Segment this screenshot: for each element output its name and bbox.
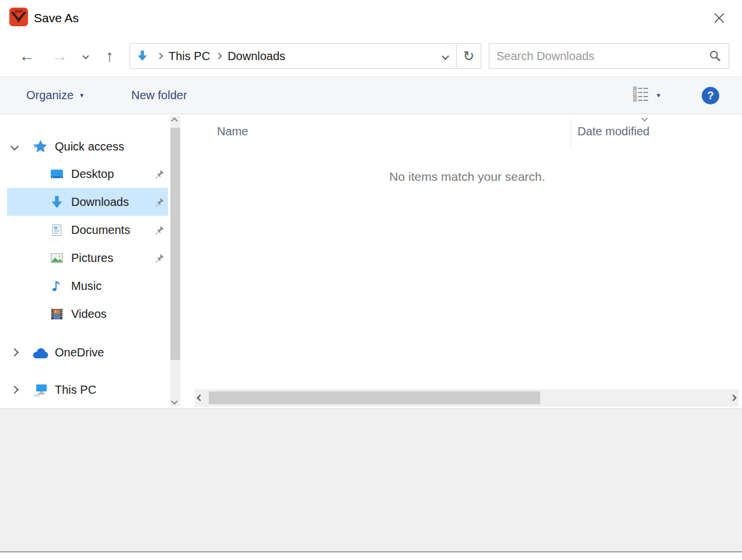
- videos-icon: [47, 307, 66, 321]
- sidebar-scrollbar[interactable]: [170, 116, 180, 406]
- breadcrumb-this-pc[interactable]: This PC: [166, 50, 212, 63]
- sidebar-item-pictures[interactable]: Pictures: [7, 244, 168, 272]
- up-button[interactable]: ↑: [97, 43, 123, 69]
- app-logo-icon: EXP: [9, 8, 28, 26]
- music-icon: [47, 279, 66, 293]
- sidebar-item-label: Pictures: [71, 251, 113, 265]
- sidebar-item-onedrive[interactable]: OneDrive: [7, 338, 168, 366]
- search-box: [489, 43, 729, 69]
- dialog-bottom-border: [0, 551, 742, 552]
- downloads-icon: [47, 195, 66, 209]
- dropdown-triangle-icon: ▼: [79, 92, 85, 99]
- sidebar-item-videos[interactable]: Videos: [7, 300, 168, 328]
- sidebar-item-label: Quick access: [55, 140, 124, 153]
- chevron-down-icon: [82, 52, 89, 59]
- quick-access-icon: [30, 139, 50, 155]
- chevron-down-icon: [442, 52, 449, 60]
- scrollbar-thumb[interactable]: [170, 128, 180, 360]
- sidebar-item-label: Music: [71, 279, 102, 293]
- breadcrumb-downloads[interactable]: Downloads: [225, 50, 288, 63]
- file-list-pane: Name Date modified No items match your s…: [192, 115, 742, 408]
- new-folder-button[interactable]: New folder: [131, 77, 187, 114]
- back-arrow-icon: ←: [19, 47, 35, 65]
- sidebar-item-music[interactable]: Music: [7, 272, 168, 300]
- collapse-chevron-icon[interactable]: [10, 348, 19, 356]
- scrollbar-track[interactable]: [208, 391, 726, 404]
- sidebar-item-label: OneDrive: [55, 346, 104, 359]
- save-as-dialog: EXP Save As ← → ↑ This PC Downloads ↻: [0, 0, 742, 560]
- search-input[interactable]: [489, 50, 702, 63]
- scroll-left-icon: [197, 394, 203, 401]
- refresh-icon: ↻: [463, 48, 474, 64]
- scroll-up-icon[interactable]: [171, 117, 177, 124]
- recent-locations-button[interactable]: [78, 43, 93, 69]
- dialog-footer: File name: Save as type: Text file Hide …: [0, 408, 742, 552]
- sidebar-item-label: Documents: [71, 223, 130, 237]
- up-arrow-icon: ↑: [106, 47, 114, 65]
- expand-chevron-icon[interactable]: [10, 142, 19, 150]
- dropdown-triangle-icon: ▼: [656, 92, 662, 99]
- sidebar-item-quick-access[interactable]: Quick access: [7, 132, 168, 160]
- refresh-button[interactable]: ↻: [456, 44, 481, 68]
- sidebar-item-label: Desktop: [71, 167, 114, 181]
- sidebar-item-documents[interactable]: Documents: [7, 216, 168, 244]
- pin-icon: [155, 197, 164, 207]
- scroll-left-button[interactable]: [195, 396, 205, 400]
- horizontal-scrollbar[interactable]: [195, 389, 738, 407]
- breadcrumb-separator-icon[interactable]: [215, 52, 222, 59]
- pin-icon: [155, 253, 164, 263]
- desktop-icon: [47, 167, 66, 181]
- organize-label: Organize: [26, 89, 74, 102]
- details-view-icon: [633, 86, 650, 104]
- downloads-folder-icon: [136, 50, 149, 62]
- sidebar-item-label: This PC: [55, 383, 96, 397]
- new-folder-label: New folder: [131, 89, 187, 102]
- scroll-down-icon[interactable]: [171, 398, 177, 404]
- sidebar-item-desktop[interactable]: Desktop: [7, 160, 168, 188]
- sort-chevron-icon[interactable]: [641, 115, 648, 121]
- scroll-right-icon: [730, 394, 736, 401]
- scrollbar-thumb[interactable]: [209, 391, 540, 404]
- address-dropdown-button[interactable]: [435, 44, 456, 68]
- navigation-pane: Quick access Desktop Downloads: [0, 115, 192, 408]
- change-view-button[interactable]: ▼: [633, 77, 662, 114]
- organize-menu-button[interactable]: Organize ▼: [26, 77, 85, 114]
- column-divider[interactable]: [570, 118, 571, 146]
- column-header-date-modified[interactable]: Date modified: [578, 125, 649, 138]
- title-bar: EXP Save As: [0, 0, 742, 37]
- back-button[interactable]: ←: [14, 43, 40, 69]
- scroll-right-button[interactable]: [728, 396, 738, 400]
- help-icon: ?: [702, 87, 719, 104]
- collapse-chevron-icon[interactable]: [10, 386, 19, 394]
- command-toolbar: Organize ▼ New folder ▼ ?: [0, 76, 742, 114]
- close-icon: [712, 11, 726, 27]
- sidebar-item-downloads[interactable]: Downloads: [7, 188, 168, 216]
- sidebar-item-label: Videos: [71, 307, 107, 321]
- breadcrumb-separator-icon[interactable]: [156, 52, 163, 59]
- content-area: Quick access Desktop Downloads: [0, 115, 742, 408]
- forward-arrow-icon: →: [52, 47, 68, 65]
- pin-icon: [155, 169, 164, 179]
- search-icon[interactable]: [702, 50, 729, 62]
- address-bar[interactable]: This PC Downloads ↻: [130, 43, 481, 69]
- help-button[interactable]: ?: [702, 77, 719, 114]
- column-header-name[interactable]: Name: [217, 125, 248, 138]
- pictures-icon: [47, 251, 66, 265]
- close-button[interactable]: [706, 6, 733, 33]
- this-pc-icon: [30, 383, 50, 397]
- empty-folder-message: No items match your search.: [192, 170, 742, 184]
- svg-text:EXP: EXP: [15, 9, 23, 13]
- forward-button[interactable]: →: [47, 43, 72, 69]
- sidebar-item-this-pc[interactable]: This PC: [7, 376, 168, 404]
- navigation-bar: ← → ↑ This PC Downloads ↻: [0, 43, 742, 69]
- sidebar-item-label: Downloads: [71, 195, 129, 209]
- pin-icon: [155, 225, 164, 235]
- onedrive-cloud-icon: [30, 346, 50, 359]
- documents-icon: [47, 223, 66, 237]
- window-title: Save As: [34, 11, 79, 25]
